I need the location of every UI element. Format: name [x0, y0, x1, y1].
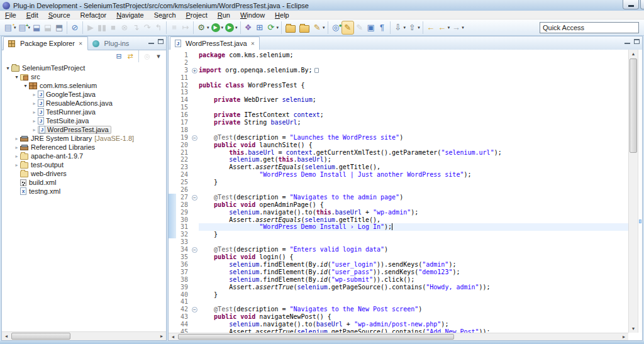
code-text[interactable]: private String baseUrl; — [199, 119, 628, 126]
code-text[interactable]: Assert.assertTrue(selenium.getPageSource… — [199, 284, 628, 291]
scrollbar-thumb[interactable] — [178, 334, 454, 340]
code-text[interactable]: public void launchSite() { — [199, 141, 628, 149]
fold-ruler[interactable]: − — [191, 194, 199, 201]
fold-ruler[interactable] — [191, 119, 199, 126]
tree-item-googletest-java[interactable]: ▸GoogleTest.java — [2, 90, 166, 99]
annotation-ruler[interactable] — [169, 284, 176, 291]
annotation-ruler[interactable] — [169, 171, 176, 179]
tree-item-resuableactions-java[interactable]: ▸ResuableActions.java — [2, 99, 166, 108]
annotation-ruler[interactable] — [169, 141, 176, 149]
fold-ruler[interactable]: − — [191, 246, 199, 253]
code-text[interactable] — [199, 186, 628, 194]
dropdown-arrow-icon[interactable]: ▾ — [277, 25, 279, 30]
tree-item-build-xml[interactable]: build.xml — [2, 178, 166, 187]
dropdown-arrow-icon[interactable]: ▾ — [462, 25, 464, 30]
fold-ruler[interactable] — [191, 104, 199, 111]
menu-window[interactable]: Window — [235, 11, 270, 19]
back-button[interactable]: ←▾ — [436, 21, 451, 35]
annotation-ruler[interactable] — [169, 59, 176, 67]
code-text[interactable]: selenium.navigate().to(baseUrl + "wp-adm… — [199, 321, 628, 328]
fold-collapse-icon[interactable]: − — [192, 135, 197, 141]
code-line[interactable]: 3+import org.openqa.selenium.By; — [169, 67, 628, 74]
menu-navigate[interactable]: Navigate — [111, 11, 148, 19]
annotation-ruler[interactable] — [169, 321, 176, 328]
code-text[interactable] — [199, 59, 628, 67]
fold-ruler[interactable] — [191, 253, 199, 261]
code-text[interactable]: selenium.findElement(By.id("user_login")… — [199, 261, 628, 269]
annotation-ruler[interactable] — [169, 149, 176, 157]
code-editor[interactable]: 1package com.kms.selenium;23+import org.… — [169, 50, 628, 333]
fold-ruler[interactable] — [191, 201, 199, 209]
fold-collapse-icon[interactable]: − — [192, 195, 197, 201]
code-text[interactable] — [199, 89, 628, 96]
range-indicator[interactable] — [169, 201, 176, 209]
expand-arrow-icon[interactable]: ▸ — [31, 109, 38, 115]
show-whitespace-button[interactable]: ¶ — [377, 21, 388, 35]
mark-occurrences-button[interactable]: ✎ — [341, 21, 354, 35]
menu-search[interactable]: Search — [149, 11, 181, 19]
code-line[interactable]: 22 selenium.get(this.baseUrl); — [169, 156, 628, 164]
annotation-ruler[interactable] — [169, 246, 176, 253]
fold-ruler[interactable] — [191, 141, 199, 149]
dropdown-arrow-icon[interactable]: ▾ — [323, 25, 325, 30]
expand-arrow-icon[interactable]: ▾ — [13, 74, 20, 80]
annotation-ruler[interactable] — [169, 67, 176, 74]
code-text[interactable]: Assert.assertEquals(selenium.getTitle(), — [199, 164, 628, 171]
fold-ruler[interactable]: + — [191, 67, 199, 74]
expand-arrow-icon[interactable]: ▸ — [13, 162, 20, 168]
fold-ruler[interactable] — [191, 96, 199, 104]
code-line[interactable]: 35 public void login() { — [169, 253, 628, 261]
code-text[interactable]: selenium.findElement(By.id("user_pass"))… — [199, 269, 628, 276]
code-text[interactable]: selenium.navigate().to(this.baseUrl + "w… — [199, 209, 628, 216]
code-line[interactable]: 28 public void openAdminPage() { — [169, 201, 628, 209]
code-line[interactable]: 31 "WordPress Demo Install › Log In"); — [169, 223, 628, 231]
drop-to-frame-button[interactable]: ≡ — [169, 21, 180, 35]
expand-arrow-icon[interactable]: ▸ — [31, 118, 38, 124]
disconnect-button[interactable]: ⊗ — [119, 21, 130, 35]
code-text[interactable]: @Test(description = "Navigates to the ad… — [199, 194, 628, 201]
next-annotation-button[interactable]: ⇩▾ — [392, 21, 407, 35]
annotation-ruler[interactable] — [169, 134, 176, 141]
fold-ruler[interactable] — [191, 171, 199, 179]
tab-package-explorer[interactable]: Package Explorer ✕ — [3, 36, 88, 50]
code-line[interactable]: 21 this.baseUrl = context.getCurrentXmlT… — [169, 149, 628, 157]
fold-ruler[interactable] — [191, 276, 199, 284]
fold-ruler[interactable] — [191, 328, 199, 333]
step-filters-button[interactable]: ↦ — [180, 21, 191, 35]
explorer-hscrollbar[interactable]: ◂ ▸ — [2, 331, 166, 340]
fold-ruler[interactable] — [191, 179, 199, 186]
tree-item-test-output[interactable]: ▸test-output — [2, 160, 166, 169]
fold-ruler[interactable] — [191, 269, 199, 276]
save-all-button[interactable]: ⬓ — [42, 21, 53, 35]
expand-arrow-icon[interactable]: ▸ — [13, 153, 20, 159]
dropdown-arrow-icon[interactable]: ▾ — [448, 25, 450, 30]
code-line[interactable]: 19− @Test(description = "Launches the Wo… — [169, 134, 628, 141]
annotate-button[interactable]: ✎▾ — [311, 21, 326, 35]
focus-task-button[interactable]: ◎ — [142, 51, 152, 61]
scrollbar-thumb[interactable] — [11, 333, 70, 340]
tree-item-web-drivers[interactable]: web-drivers — [2, 169, 166, 178]
scroll-up-icon[interactable]: ▴ — [629, 50, 638, 58]
code-text[interactable]: "WordPress Demo Install | Just another W… — [199, 171, 628, 179]
quick-access-input[interactable] — [540, 22, 639, 33]
collapse-all-button[interactable]: ⊟ — [114, 51, 124, 61]
code-text[interactable] — [199, 74, 628, 82]
annotation-ruler[interactable] — [169, 126, 176, 134]
new-wizard-button[interactable]: ▤*▾ — [3, 21, 17, 35]
code-text[interactable]: } — [199, 291, 628, 299]
annotation-ruler[interactable] — [169, 328, 176, 333]
code-line[interactable]: 41 — [169, 298, 628, 306]
print-button[interactable]: ⬒ — [53, 21, 65, 35]
fold-ruler[interactable] — [191, 216, 199, 224]
code-text[interactable]: public class WordPressTest { — [199, 82, 628, 89]
link-with-editor-button[interactable]: ⇄ — [125, 51, 135, 61]
current-line[interactable]: "WordPress Demo Install › Log In"); — [199, 223, 628, 231]
code-line[interactable]: 42− @Test(description = "Navigates to th… — [169, 306, 628, 313]
fold-ruler[interactable] — [191, 89, 199, 96]
code-text[interactable]: import org.openqa.selenium.By; — [199, 67, 628, 74]
range-indicator[interactable] — [169, 194, 176, 201]
code-line[interactable]: 11 — [169, 74, 628, 82]
fold-ruler[interactable] — [191, 209, 199, 216]
code-text[interactable] — [199, 104, 628, 111]
plugin-registry-button[interactable]: ⊞ — [254, 21, 265, 35]
